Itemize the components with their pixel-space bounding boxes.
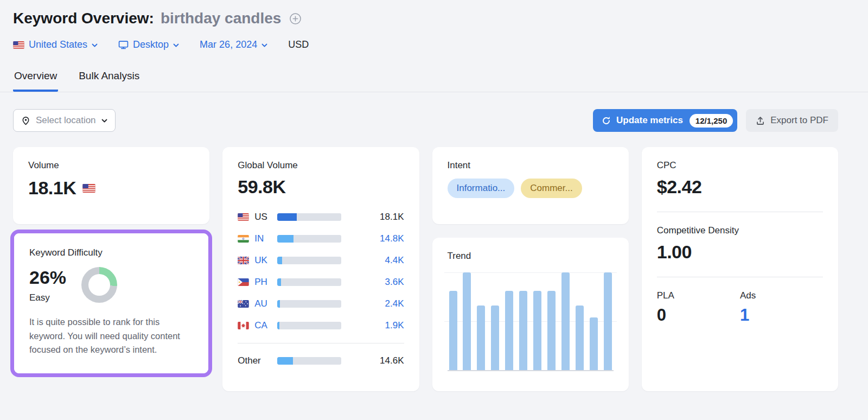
toolbar: Select location Update metrics 12/1,250 …: [0, 109, 868, 132]
volume-card: Volume 18.1K: [13, 147, 209, 224]
page-title-keyword: birthday candles: [161, 10, 282, 27]
country-code-link[interactable]: AU: [254, 298, 277, 309]
country-volume-value[interactable]: 3.6K: [341, 277, 404, 288]
export-icon: [756, 116, 765, 125]
intent-pills: Informatio...Commer...: [448, 179, 614, 198]
volume-value: 18.1K: [28, 177, 76, 199]
add-keyword-icon[interactable]: [289, 12, 302, 26]
in-flag-icon: [238, 235, 249, 243]
chevron-down-icon: [261, 43, 267, 47]
country-volume-bar: [277, 213, 341, 221]
other-label: Other: [238, 355, 277, 366]
country-filter-label: United States: [29, 39, 87, 50]
country-code-link[interactable]: IN: [254, 233, 277, 244]
country-volume-value[interactable]: 14.8K: [341, 233, 404, 244]
country-code-link[interactable]: CA: [254, 320, 277, 331]
global-volume-card: Global Volume 59.8K US18.1KIN14.8KUK4.4K…: [222, 147, 419, 391]
competitive-density-value: 1.00: [657, 241, 823, 263]
global-volume-label: Global Volume: [238, 160, 404, 171]
refresh-icon: [602, 116, 611, 125]
divider: [238, 343, 404, 343]
country-volume-value[interactable]: 4.4K: [341, 255, 404, 266]
global-volume-row: AU2.4K: [238, 298, 404, 309]
difficulty-donut-chart: [81, 267, 117, 303]
intent-pill[interactable]: Informatio...: [448, 179, 515, 198]
filter-bar: United States Desktop Mar 26, 2024 USD: [0, 27, 868, 50]
country-filter[interactable]: United States: [13, 39, 98, 50]
pla-value: 0: [657, 306, 740, 325]
global-volume-other-row: Other 14.6K: [238, 355, 404, 366]
country-volume-value[interactable]: 2.4K: [341, 298, 404, 309]
country-volume-bar: [277, 257, 341, 264]
global-volume-rows: US18.1KIN14.8KUK4.4KPH3.6KAU2.4KCA1.9K: [238, 212, 404, 331]
us-flag-icon: [82, 184, 95, 193]
other-volume-value: 14.6K: [341, 355, 404, 366]
cpc-label: CPC: [657, 160, 823, 171]
column-intent-trend: Intent Informatio...Commer... Trend: [432, 147, 629, 391]
keyword-difficulty-label: Keyword Difficulty: [29, 247, 193, 258]
tab-overview[interactable]: Overview: [13, 65, 58, 92]
intent-pill[interactable]: Commer...: [521, 179, 582, 198]
metrics-grid: Volume 18.1K Keyword Difficulty 26% Easy: [0, 132, 868, 391]
date-filter[interactable]: Mar 26, 2024: [200, 39, 267, 50]
device-filter-label: Desktop: [133, 39, 169, 50]
intent-card: Intent Informatio...Commer...: [432, 147, 629, 224]
keyword-difficulty-card: Keyword Difficulty 26% Easy It is quite …: [14, 233, 208, 373]
country-volume-bar: [277, 235, 341, 243]
desktop-icon: [118, 40, 129, 49]
cpc-card: CPC $2.42 Competitive Density 1.00 PLA 0…: [642, 147, 838, 391]
country-code-link: US: [254, 212, 277, 222]
chevron-down-icon: [101, 119, 107, 123]
update-metrics-count-badge: 12/1,250: [690, 114, 733, 128]
us-flag-icon: [13, 41, 24, 49]
update-metrics-button[interactable]: Update metrics 12/1,250: [593, 109, 737, 132]
trend-bar: [519, 291, 527, 370]
intent-label: Intent: [448, 160, 614, 171]
trend-bar: [576, 306, 584, 370]
country-volume-bar: [277, 300, 341, 308]
page-title: Keyword Overview:: [13, 10, 154, 27]
trend-bar: [505, 291, 513, 370]
export-pdf-label: Export to PDF: [770, 115, 828, 126]
country-volume-value: 18.1K: [341, 212, 404, 222]
chevron-down-icon: [173, 43, 179, 47]
keyword-difficulty-level: Easy: [29, 292, 66, 303]
global-volume-row: CA1.9K: [238, 320, 404, 331]
ph-flag-icon: [238, 278, 249, 286]
keyword-difficulty-value: 26%: [29, 267, 66, 288]
trend-label: Trend: [448, 251, 614, 262]
trend-bar: [561, 272, 570, 370]
keyword-difficulty-highlight: Keyword Difficulty 26% Easy It is quite …: [10, 230, 212, 377]
country-volume-bar: [277, 322, 341, 329]
page-header: Keyword Overview: birthday candles: [0, 0, 868, 27]
ads-value[interactable]: 1: [740, 306, 823, 325]
competitive-density-label: Competitive Density: [657, 225, 823, 236]
country-code-link[interactable]: PH: [254, 277, 277, 288]
column-volume-kd: Volume 18.1K Keyword Difficulty 26% Easy: [13, 147, 209, 377]
tab-bulk-analysis[interactable]: Bulk Analysis: [78, 65, 141, 92]
device-filter[interactable]: Desktop: [118, 39, 179, 50]
toolbar-actions: Update metrics 12/1,250 Export to PDF: [593, 109, 838, 132]
uk-flag-icon: [238, 257, 249, 264]
pla-block: PLA 0: [657, 290, 740, 325]
global-volume-row: US18.1K: [238, 212, 404, 222]
country-volume-value[interactable]: 1.9K: [341, 320, 404, 331]
select-location-button[interactable]: Select location: [13, 109, 116, 132]
global-volume-row: UK4.4K: [238, 255, 404, 266]
trend-bar: [533, 291, 541, 370]
trend-bar: [604, 272, 612, 370]
divider: [657, 277, 823, 277]
date-filter-label: Mar 26, 2024: [200, 39, 257, 50]
divider: [657, 212, 823, 212]
volume-label: Volume: [28, 160, 194, 171]
trend-bar: [463, 272, 471, 370]
trend-bar: [547, 291, 556, 370]
trend-bar: [477, 306, 485, 370]
export-pdf-button[interactable]: Export to PDF: [746, 109, 838, 132]
chevron-down-icon: [92, 43, 98, 47]
ads-block: Ads 1: [740, 290, 823, 325]
country-volume-bar: [277, 278, 341, 286]
cpc-value: $2.42: [657, 176, 823, 198]
ca-flag-icon: [238, 322, 249, 329]
country-code-link[interactable]: UK: [254, 255, 277, 266]
